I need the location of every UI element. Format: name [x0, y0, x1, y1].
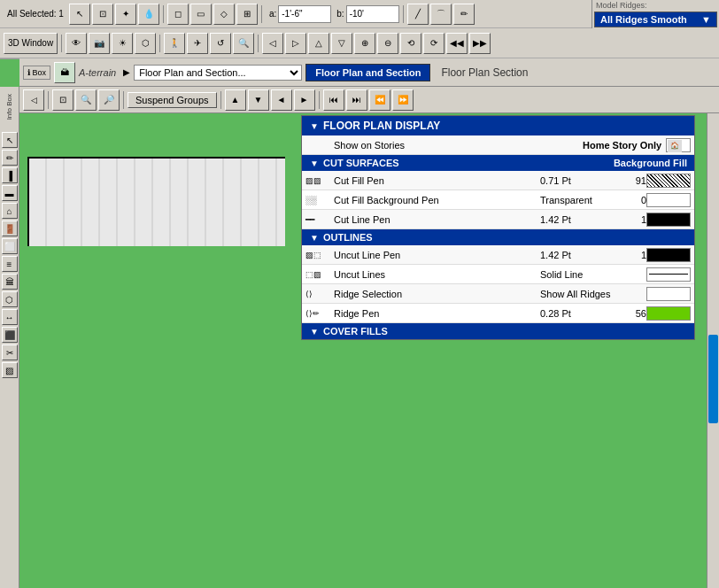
nav8[interactable]: ⟳	[423, 33, 445, 54]
sg-sep3	[220, 91, 221, 109]
cam-btn[interactable]: 📷	[89, 33, 110, 54]
side-fill-btn[interactable]: ▨	[2, 362, 18, 378]
poly-btn[interactable]: ◻	[167, 4, 189, 25]
cut-surfaces-collapse-icon[interactable]: ▼	[309, 158, 320, 168]
nav1[interactable]: ◁	[262, 33, 283, 54]
side-door-btn[interactable]: 🚪	[2, 220, 18, 236]
nav10[interactable]: ▶▶	[469, 33, 491, 54]
render-btn[interactable]: ⬡	[135, 33, 156, 54]
next2-btn[interactable]: ⏩	[392, 89, 414, 111]
ridge-selection-name: Ridge Selection	[334, 289, 540, 299]
eyedrop-btn[interactable]: 💧	[138, 4, 159, 25]
nav2[interactable]: ▷	[285, 33, 306, 54]
side-roof-btn[interactable]: ⌂	[2, 203, 18, 219]
info-box-label: Info Box	[5, 90, 13, 123]
prev2-btn[interactable]: ⏪	[369, 89, 390, 111]
ridge-selection-icon: ⟨⟩	[305, 290, 334, 298]
nav-lt-btn[interactable]: ◄	[271, 89, 292, 111]
cut-fill-pen-num: 91	[620, 175, 646, 186]
nav-dn-btn[interactable]: ▼	[248, 89, 269, 111]
nav-rt-btn[interactable]: ►	[294, 89, 315, 111]
arrow-tool-btn[interactable]: ↖	[69, 4, 90, 25]
side-pen-btn[interactable]: ✏	[2, 150, 18, 166]
sidebar-toggle-btn[interactable]: ◁	[23, 89, 44, 111]
ridge-pen-swatch[interactable]	[646, 306, 691, 321]
walk-btn[interactable]: 🚶	[164, 33, 185, 54]
suspend-groups-btn[interactable]: Suspend Groups	[128, 92, 217, 108]
terrain-label: A-terrain	[79, 67, 116, 78]
left-sidebar: Info Box ↖ ✏ ▐ ▬ ⌂ 🚪 ⬜ ≡ 🏛 ⬡ ↔ ⬛ ✂ ▨	[0, 87, 19, 588]
b-input[interactable]	[346, 5, 399, 23]
side-window-btn[interactable]: ⬜	[2, 238, 18, 254]
cut-line-swatch[interactable]	[646, 213, 691, 227]
pen-btn[interactable]: ✏	[453, 4, 475, 25]
props-title: FLOOR PLAN DISPLAY	[323, 120, 440, 132]
eye-btn[interactable]: 👁	[66, 33, 87, 54]
side-obj-btn[interactable]: ⬡	[2, 291, 18, 307]
a-input[interactable]	[278, 5, 331, 23]
floor-plan-canvas: this should be greyed to show the footin…	[19, 113, 285, 246]
props-header: ▼ FLOOR PLAN DISPLAY	[302, 116, 694, 135]
sg-sep1	[48, 91, 49, 109]
cover-fills-collapse-icon[interactable]: ▼	[309, 326, 320, 337]
uncut-lines-swatch[interactable]	[646, 267, 691, 282]
magic-wand-btn[interactable]: ✦	[115, 4, 136, 25]
b-label: b:	[336, 9, 344, 19]
sg-sep4	[319, 91, 320, 109]
prev-btn[interactable]: ⏮	[323, 89, 344, 111]
sep-r2-3	[258, 35, 259, 52]
show-stories-swatch[interactable]: 🏠	[666, 138, 691, 152]
nav3[interactable]: △	[308, 33, 329, 54]
line-btn[interactable]: ╱	[407, 4, 429, 25]
fp-dropdown[interactable]: Floor Plan and Section...	[134, 65, 302, 81]
grid-btn[interactable]: ⊞	[236, 4, 258, 25]
ridge-selection-swatch[interactable]	[646, 287, 691, 301]
nav5[interactable]: ⊕	[354, 33, 375, 54]
fly-btn[interactable]: ✈	[187, 33, 208, 54]
fit-btn[interactable]: ⊡	[52, 89, 73, 111]
rect-btn[interactable]: ▭	[190, 4, 212, 25]
nav7[interactable]: ⟲	[400, 33, 421, 54]
side-wall-btn[interactable]: ▐	[2, 167, 18, 183]
dropdown-arrow-icon: ▼	[701, 14, 711, 25]
nav9[interactable]: ◀◀	[446, 33, 468, 54]
side-column-btn[interactable]: 🏛	[2, 274, 18, 290]
collapse-icon[interactable]: ▼	[309, 120, 320, 131]
nav6[interactable]: ⊖	[377, 33, 398, 54]
zoom-btn[interactable]: 🔍	[233, 33, 254, 54]
scrollbar-thumb[interactable]	[708, 335, 718, 423]
arrow-right-icon: ▶	[123, 67, 130, 77]
side-section-btn[interactable]: ✂	[2, 344, 18, 360]
sun-btn[interactable]: ☀	[112, 33, 133, 54]
info-box-btn[interactable]: ℹ Box	[23, 66, 50, 80]
outlines-collapse-icon[interactable]: ▼	[309, 232, 320, 243]
vertical-scrollbar[interactable]	[707, 113, 719, 588]
select-tool-btn[interactable]: ⊡	[92, 4, 113, 25]
side-stair-btn[interactable]: ≡	[2, 256, 18, 272]
a-label: a:	[269, 9, 276, 19]
cut-fill-pen-swatch[interactable]	[646, 174, 691, 188]
fp-active-btn[interactable]: Floor Plan and Section	[305, 64, 430, 81]
show-on-stories-value: Home Story Only	[583, 140, 662, 151]
svg-marker-1	[28, 158, 285, 246]
zoom-out-btn[interactable]: 🔎	[98, 89, 120, 111]
uncut-line-swatch[interactable]	[646, 248, 691, 262]
zoom-in-btn[interactable]: 🔍	[75, 89, 97, 111]
model-ridges-dropdown[interactable]: All Ridges Smooth ▼	[594, 12, 717, 27]
uncut-line-pen-name: Uncut Line Pen	[334, 250, 540, 260]
side-dim-btn[interactable]: ↔	[2, 309, 18, 325]
3d-window-btn[interactable]: 3D Window	[4, 33, 58, 54]
cut-fill-bg-swatch[interactable]	[646, 193, 691, 207]
curve-btn[interactable]: ⌒	[430, 4, 452, 25]
side-slab-btn[interactable]: ▬	[2, 185, 18, 201]
orbit-btn[interactable]: ↺	[210, 33, 231, 54]
show-on-stories-row: Show on Stories Home Story Only 🏠	[302, 135, 694, 155]
nav-up-btn[interactable]: ▲	[225, 89, 246, 111]
cut-fill-icon: ▨▨	[305, 176, 334, 185]
side-zone-btn[interactable]: ⬛	[2, 327, 18, 343]
side-select-btn[interactable]: ↖	[2, 132, 18, 148]
cut-fill-bg-icon: ░░	[305, 196, 334, 205]
nav4[interactable]: ▽	[331, 33, 352, 54]
next-btn[interactable]: ⏭	[346, 89, 367, 111]
diamond-btn[interactable]: ◇	[213, 4, 235, 25]
